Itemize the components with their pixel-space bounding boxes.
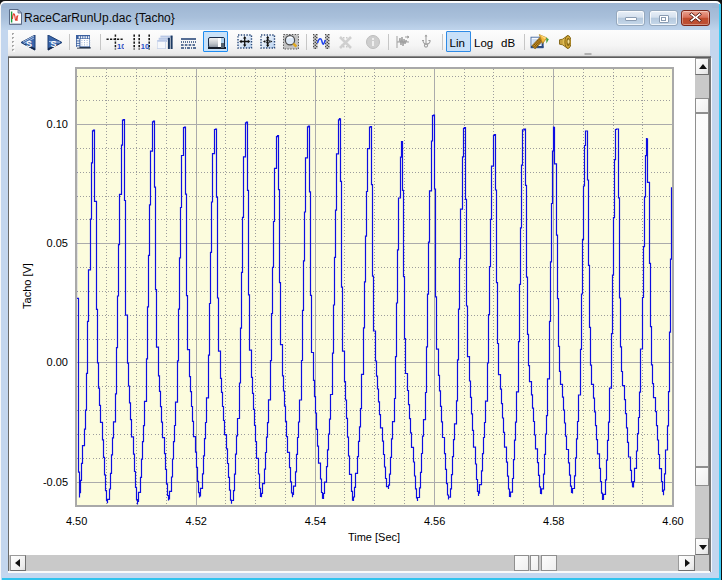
svg-text:S: S	[26, 38, 32, 48]
svg-text:10: 10	[140, 42, 148, 50]
svg-text:10: 10	[117, 42, 124, 51]
svg-text:S: S	[50, 38, 56, 48]
